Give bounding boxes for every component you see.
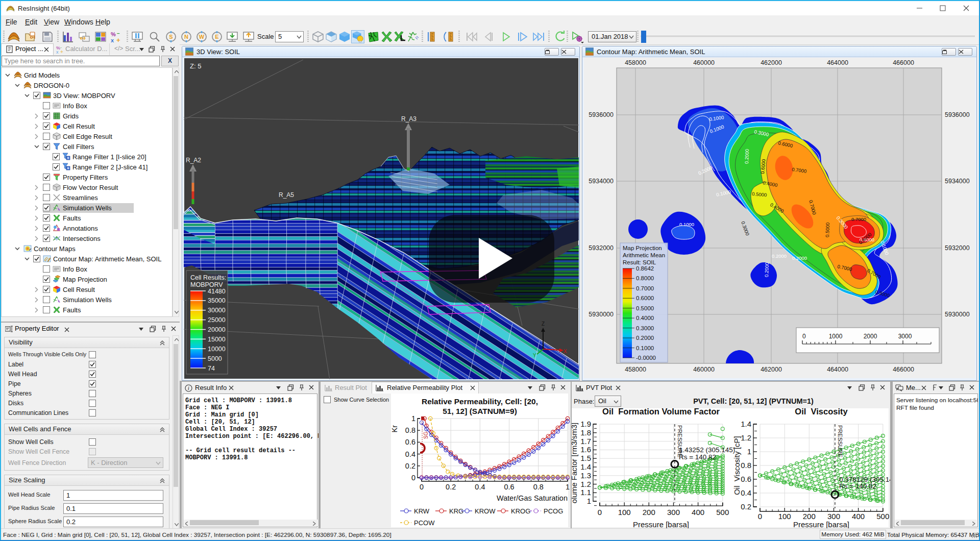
- svg-text:20000: 20000: [208, 326, 226, 333]
- svg-text:51, 12] (SATNUM=9): 51, 12] (SATNUM=9): [443, 407, 517, 415]
- svg-text:0.2000: 0.2000: [764, 262, 770, 277]
- svg-text:300: 300: [827, 512, 840, 521]
- svg-text:5000: 5000: [208, 355, 222, 362]
- svg-text:0.1000: 0.1000: [636, 345, 654, 351]
- svg-text:2000: 2000: [864, 333, 877, 340]
- svg-text:0.2000: 0.2000: [744, 149, 750, 164]
- svg-text:0.6: 0.6: [741, 475, 751, 483]
- svg-text:1.2: 1.2: [741, 433, 751, 442]
- svg-text:460000: 460000: [693, 366, 715, 373]
- svg-text:R_A2: R_A2: [186, 157, 201, 164]
- svg-text:SG: SG: [423, 431, 429, 439]
- svg-text:458000: 458000: [625, 366, 646, 373]
- svg-text:0.2000: 0.2000: [772, 253, 787, 259]
- svg-text:464000: 464000: [827, 59, 848, 66]
- svg-text:3000: 3000: [898, 333, 912, 340]
- svg-text:0: 0: [420, 483, 424, 491]
- svg-text:PCOW: PCOW: [414, 519, 435, 527]
- svg-text:-0.0000: -0.0000: [636, 355, 656, 361]
- svg-text:Z: Z: [542, 321, 545, 327]
- svg-text:Rs = 140.82: Rs = 140.82: [679, 453, 716, 461]
- svg-text:x: x: [111, 37, 114, 43]
- svg-text:R_A3: R_A3: [401, 115, 416, 122]
- svg-text:0.8642: 0.8642: [636, 265, 654, 272]
- svg-text:5932000: 5932000: [945, 244, 970, 252]
- svg-text:466000: 466000: [893, 59, 914, 66]
- svg-text:1.5: 1.5: [580, 454, 591, 462]
- svg-text:1.6: 1.6: [580, 445, 591, 454]
- svg-text:10000: 10000: [208, 346, 226, 353]
- svg-text:15000: 15000: [208, 336, 226, 343]
- svg-text:x: x: [56, 50, 59, 54]
- svg-text:0.8: 0.8: [405, 426, 415, 434]
- svg-text:0.4000: 0.4000: [636, 315, 654, 321]
- svg-text:0.4: 0.4: [475, 483, 485, 491]
- svg-text:0.4: 0.4: [405, 450, 415, 458]
- svg-text:200: 200: [803, 512, 816, 521]
- svg-text:0.7000: 0.7000: [636, 285, 654, 291]
- svg-text:S: S: [169, 34, 173, 40]
- svg-text:Oil Viscosity [cP]: Oil Viscosity [cP]: [732, 436, 741, 495]
- svg-text:Water/Gas Saturation: Water/Gas Saturation: [497, 494, 568, 502]
- svg-text:5936000: 5936000: [589, 111, 614, 118]
- svg-text:5930000: 5930000: [589, 311, 614, 318]
- svg-text:0.7000: 0.7000: [851, 216, 866, 222]
- svg-text:0.5000: 0.5000: [636, 305, 654, 311]
- svg-text:1000: 1000: [829, 333, 843, 340]
- svg-text:30000: 30000: [208, 307, 226, 314]
- svg-text:W: W: [199, 34, 205, 40]
- svg-text:462000: 462000: [761, 59, 782, 66]
- svg-text:35000: 35000: [208, 297, 226, 304]
- svg-text:0.2000: 0.2000: [792, 255, 807, 261]
- svg-text:0.2: 0.2: [446, 483, 456, 491]
- svg-text:5934000: 5934000: [945, 178, 970, 185]
- svg-text:400: 400: [692, 508, 704, 517]
- svg-text:1.3: 1.3: [580, 471, 591, 480]
- svg-text:Map Projection: Map Projection: [623, 245, 662, 251]
- svg-text:1.1: 1.1: [580, 488, 591, 497]
- svg-text:100: 100: [618, 508, 631, 517]
- svg-text:0.2: 0.2: [741, 502, 751, 511]
- svg-text:458000: 458000: [625, 59, 646, 66]
- svg-text:5934000: 5934000: [589, 178, 614, 185]
- svg-text:X: X: [564, 349, 567, 354]
- svg-text:25000: 25000: [208, 316, 226, 324]
- svg-text:5932000: 5932000: [589, 244, 614, 252]
- svg-text:KROW: KROW: [475, 507, 496, 515]
- svg-text:100: 100: [778, 512, 791, 521]
- svg-text:1: 1: [587, 497, 591, 505]
- svg-text:Result: SOIL: Result: SOIL: [623, 259, 656, 265]
- svg-text:−: −: [117, 31, 120, 36]
- svg-text:Kr: Kr: [390, 425, 399, 433]
- svg-text:Oil Viscosity: Oil Viscosity: [795, 407, 848, 416]
- svg-text:5930000: 5930000: [945, 311, 970, 318]
- svg-text:%: %: [111, 31, 116, 37]
- svg-text:R_A5: R_A5: [279, 191, 294, 199]
- svg-text:PCOG: PCOG: [544, 507, 563, 515]
- svg-text:Pressure [barsa]: Pressure [barsa]: [633, 520, 689, 528]
- svg-text:466000: 466000: [893, 366, 914, 373]
- svg-text:0.3000: 0.3000: [636, 325, 654, 331]
- svg-text:1.8: 1.8: [580, 428, 591, 437]
- svg-text:KROG: KROG: [511, 507, 530, 515]
- svg-text:460000: 460000: [693, 59, 715, 66]
- svg-text:5936000: 5936000: [945, 111, 970, 118]
- svg-text:Z: 5: Z: 5: [190, 62, 201, 70]
- svg-text:500: 500: [876, 512, 889, 521]
- svg-text:0.8: 0.8: [533, 483, 544, 491]
- svg-text:E: E: [215, 34, 218, 40]
- svg-text:0.8: 0.8: [741, 461, 751, 470]
- svg-text:0.8000: 0.8000: [636, 275, 654, 281]
- svg-text:olume Factor [rm3/sm3]: olume Factor [rm3/sm3]: [572, 423, 578, 503]
- svg-text:462000: 462000: [761, 366, 782, 373]
- svg-text:1: 1: [566, 483, 570, 491]
- svg-text:0.2000: 0.2000: [636, 335, 654, 341]
- svg-text:0.5000: 0.5000: [824, 223, 830, 237]
- svg-text:Pressure [barsa]: Pressure [barsa]: [793, 520, 849, 528]
- svg-text:Relative Permeability, Cell: [: Relative Permeability, Cell: [20,: [422, 397, 538, 406]
- svg-text:1.4: 1.4: [741, 420, 751, 428]
- svg-text:1.2: 1.2: [580, 480, 591, 488]
- svg-text:Rs = 140.82: Rs = 140.82: [839, 482, 876, 490]
- svg-text:200: 200: [643, 508, 655, 517]
- svg-text:KRW: KRW: [414, 507, 430, 515]
